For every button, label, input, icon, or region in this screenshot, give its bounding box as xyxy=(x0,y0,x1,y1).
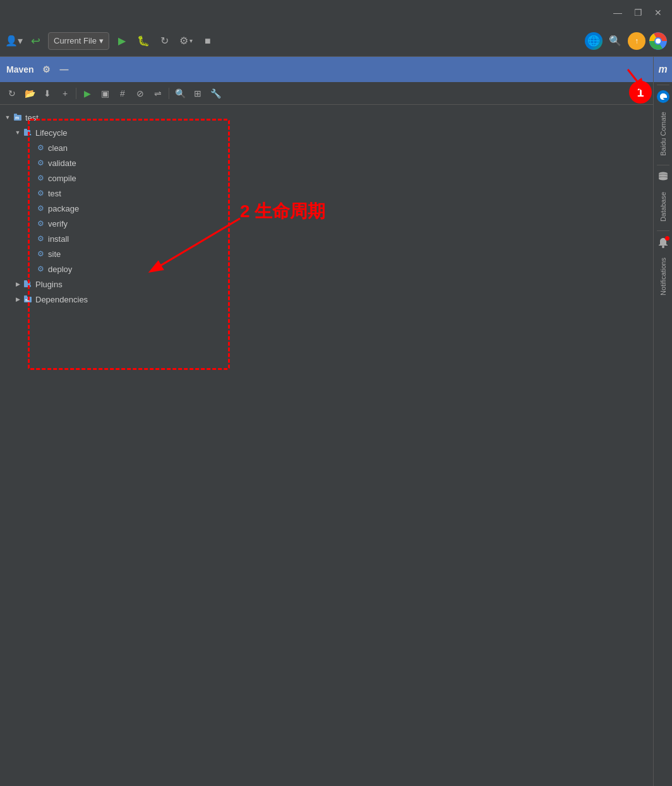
edge-browser-icon[interactable]: 🌐 xyxy=(585,32,603,50)
tree-area: ▼ m test ▼ xyxy=(0,105,653,786)
maven-refresh-button[interactable]: ↻ xyxy=(4,85,20,102)
svg-point-12 xyxy=(30,285,31,287)
sidebar-separator-2 xyxy=(657,165,669,165)
run-button[interactable]: ▶ xyxy=(113,32,131,50)
plugins-label: Plugins xyxy=(35,280,63,289)
gear-icon-validate: ⚙ xyxy=(35,158,45,168)
tree-node-site[interactable]: ▶ ⚙ site xyxy=(0,246,653,261)
maven-run-button[interactable]: ▶ xyxy=(79,85,95,102)
gear-icon-clean: ⚙ xyxy=(35,143,45,153)
tree-node-clean[interactable]: ▶ ⚙ clean xyxy=(0,140,653,155)
stop-button[interactable]: ■ xyxy=(199,32,217,50)
maven-collapse-button[interactable]: ⇌ xyxy=(150,85,166,102)
gear-icon-deploy: ⚙ xyxy=(35,264,45,274)
sidebar-tab-notifications[interactable]: Notifications xyxy=(656,251,671,302)
search-icon[interactable]: 🔍 xyxy=(606,32,624,50)
package-label: package xyxy=(48,204,79,213)
svg-rect-16 xyxy=(25,301,29,301)
validate-label: validate xyxy=(48,158,76,168)
sidebar-edge-icon[interactable] xyxy=(656,89,671,104)
dropdown-arrow-icon: ▾ xyxy=(99,36,104,45)
tree-node-deploy[interactable]: ▶ ⚙ deploy xyxy=(0,261,653,277)
chrome-icon[interactable] xyxy=(649,32,667,50)
expand-arrow-plugins: ▶ xyxy=(13,279,23,289)
maven-settings-button[interactable]: ⚙ xyxy=(39,62,54,77)
notification-badge xyxy=(665,236,669,241)
main-toolbar: 👤▾ ↩ Maven Current File ▾ ▶ 🐛 ↻ ⚙▾ ■ 🌐 🔍… xyxy=(0,25,672,57)
upload-icon[interactable]: ↑ xyxy=(628,32,645,50)
tree-node-install[interactable]: ▶ ⚙ install xyxy=(0,231,653,246)
expand-arrow-lifecycle: ▼ xyxy=(13,128,23,138)
svg-rect-11 xyxy=(24,280,27,282)
svg-text:m: m xyxy=(15,116,19,120)
run-config-text: Current File xyxy=(54,36,97,45)
compile-label: compile xyxy=(48,174,76,183)
user-icon[interactable]: 👤▾ xyxy=(5,32,23,50)
svg-point-2 xyxy=(656,39,661,44)
maven-toolbar: ↻ 📂 ⬇ + ▶ ▣ # ⊘ ⇌ 🔍 ⊞ 🔧 xyxy=(0,82,653,105)
maven-download-button[interactable]: ⬇ xyxy=(39,85,56,102)
svg-point-9 xyxy=(30,134,31,135)
deploy-label: deploy xyxy=(48,265,72,274)
tree-node-verify[interactable]: ▶ ⚙ verify xyxy=(0,216,653,231)
maven-skip-button[interactable]: ⊘ xyxy=(132,85,148,102)
debug-button[interactable]: 🐛 xyxy=(135,32,152,50)
more-run-options-icon[interactable]: ⚙▾ xyxy=(177,32,195,50)
gear-icon-test-phase: ⚙ xyxy=(35,188,45,198)
test-phase-label: test xyxy=(48,189,61,198)
dependencies-label: Dependencies xyxy=(35,295,88,304)
minimize-button[interactable]: — xyxy=(609,4,627,21)
svg-rect-14 xyxy=(24,295,27,297)
test-label: test xyxy=(25,113,39,122)
expand-arrow-test: ▼ xyxy=(3,112,13,122)
expand-arrow-dependencies: ▶ xyxy=(13,294,23,304)
sidebar-tab-database[interactable]: Database xyxy=(656,186,671,228)
maven-minimize-button[interactable]: — xyxy=(57,62,72,77)
sidebar-tab-baidu-comate[interactable]: Baidu Comate xyxy=(656,105,671,162)
dependencies-folder-icon xyxy=(23,294,33,304)
toolbar-separator-1 xyxy=(76,88,76,99)
svg-rect-13 xyxy=(24,297,32,302)
tree-node-test-phase[interactable]: ▶ ⚙ test xyxy=(0,186,653,201)
lifecycle-label: Lifecycle xyxy=(35,128,68,138)
maven-toggle-button[interactable]: # xyxy=(114,85,131,102)
tree-node-package[interactable]: ▶ ⚙ package xyxy=(0,201,653,216)
tree-node-dependencies[interactable]: ▶ Dependencies xyxy=(0,292,653,307)
maximize-button[interactable]: ❐ xyxy=(629,4,647,21)
maven-header: Maven ⚙ — xyxy=(0,57,653,82)
tree-node-plugins[interactable]: ▶ Plugins xyxy=(0,277,653,292)
run-config-dropdown[interactable]: Maven Current File ▾ xyxy=(48,32,109,50)
navigate-back-icon[interactable]: ↩ xyxy=(27,32,44,50)
maven-run-config-button[interactable]: ▣ xyxy=(97,85,113,102)
maven-panel: Maven ⚙ — ↻ 📂 ⬇ + ▶ ▣ # ⊘ ⇌ 🔍 ⊞ 🔧 xyxy=(0,57,653,786)
tree-node-lifecycle[interactable]: ▼ Lifecycle xyxy=(0,125,653,140)
close-button[interactable]: ✕ xyxy=(649,4,667,21)
maven-expand-button[interactable]: ⊞ xyxy=(189,85,206,102)
plugins-folder-icon xyxy=(23,279,33,289)
tree-node-compile[interactable]: ▶ ⚙ compile xyxy=(0,170,653,186)
coverage-button[interactable]: ↻ xyxy=(156,32,174,50)
maven-project-icon: m xyxy=(13,112,23,122)
svg-point-25 xyxy=(662,246,664,248)
gear-icon-package: ⚙ xyxy=(35,203,45,213)
maven-search-button[interactable]: 🔍 xyxy=(172,85,188,102)
main-area: Maven ⚙ — ↻ 📂 ⬇ + ▶ ▣ # ⊘ ⇌ 🔍 ⊞ 🔧 xyxy=(0,57,672,786)
maven-sidebar-m-icon[interactable]: m xyxy=(654,57,672,82)
gear-icon-verify: ⚙ xyxy=(35,218,45,229)
tree-node-test[interactable]: ▼ m test xyxy=(0,110,653,125)
gear-icon-site: ⚙ xyxy=(35,249,45,259)
maven-wrench-button[interactable]: 🔧 xyxy=(207,85,224,102)
sidebar-separator-1 xyxy=(657,85,669,85)
svg-rect-7 xyxy=(24,129,27,131)
sidebar-database-icon[interactable] xyxy=(656,169,671,184)
svg-rect-10 xyxy=(24,282,30,287)
maven-title: Maven xyxy=(6,64,34,74)
tree-node-validate[interactable]: ▶ ⚙ validate xyxy=(0,155,653,170)
sidebar-separator-3 xyxy=(657,230,669,231)
install-label: install xyxy=(48,234,69,244)
maven-open-folder-button[interactable]: 📂 xyxy=(21,85,38,102)
svg-point-24 xyxy=(659,177,668,180)
maven-add-button[interactable]: + xyxy=(57,85,73,102)
gear-icon-install: ⚙ xyxy=(35,234,45,244)
sidebar-notifications-icon[interactable] xyxy=(656,235,671,250)
